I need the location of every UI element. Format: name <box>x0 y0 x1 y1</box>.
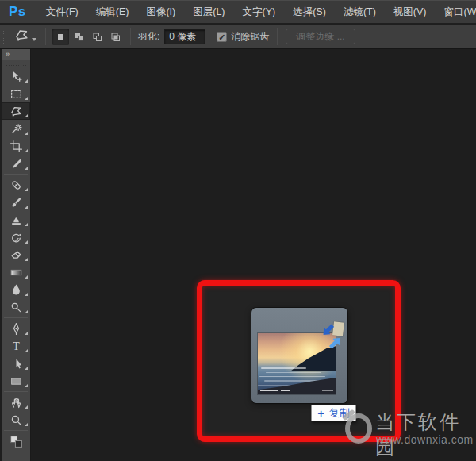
flyout-indicator <box>25 423 28 426</box>
path-selection-tool[interactable] <box>2 355 30 372</box>
menu-filter[interactable]: 滤镜(T) <box>335 1 385 24</box>
tool-preset-picker[interactable] <box>11 26 40 47</box>
menu-select[interactable]: 选择(S) <box>284 1 335 24</box>
flyout-indicator <box>25 79 28 83</box>
rectangle-tool[interactable] <box>2 372 30 390</box>
anti-alias-control[interactable]: ✓ 消除锯齿 <box>217 30 269 44</box>
wave-foam <box>261 367 306 369</box>
flyout-indicator <box>25 349 28 352</box>
anti-alias-label: 消除锯齿 <box>231 30 269 44</box>
divider <box>4 174 28 175</box>
divider <box>277 28 278 45</box>
polygonal-lasso-tool[interactable] <box>2 102 30 120</box>
menu-bar: Ps 文件(F) 编辑(E) 图像(I) 图层(L) 文字(Y) 选择(S) 滤… <box>0 0 476 24</box>
rectangular-marquee-tool[interactable] <box>2 85 30 102</box>
sunset-beach-photo <box>258 333 336 394</box>
blur-tool[interactable] <box>2 281 30 298</box>
flyout-indicator <box>25 206 28 209</box>
flyout-indicator <box>25 310 28 313</box>
menu-type[interactable]: 文字(Y) <box>234 1 285 24</box>
divider <box>4 430 28 431</box>
flyout-indicator <box>25 188 28 191</box>
photo-caption-text <box>281 390 290 391</box>
gradient-tool[interactable] <box>2 263 30 281</box>
feather-label: 羽化: <box>138 30 159 44</box>
tools-panel: » <box>2 49 30 461</box>
wave-foam <box>259 376 325 378</box>
plus-icon: ＋ <box>316 406 326 421</box>
drag-ghost-page <box>332 321 344 336</box>
eraser-tool[interactable] <box>2 246 30 263</box>
options-bar-grip[interactable] <box>2 28 6 45</box>
flyout-indicator <box>25 223 28 226</box>
spot-healing-brush-tool[interactable] <box>2 176 30 194</box>
wave-foam <box>266 372 322 374</box>
mountain-silhouette <box>290 333 336 371</box>
add-to-selection-button[interactable] <box>71 29 87 45</box>
flyout-indicator <box>25 132 28 135</box>
menu-image[interactable]: 图像(I) <box>137 1 184 24</box>
crop-tool[interactable] <box>2 137 30 155</box>
hand-tool[interactable] <box>2 394 30 411</box>
menu-file[interactable]: 文件(F) <box>37 1 87 24</box>
zoom-tool[interactable] <box>2 411 30 428</box>
clone-stamp-tool[interactable] <box>2 211 30 229</box>
history-brush-tool[interactable] <box>2 229 30 246</box>
anti-alias-checkbox[interactable]: ✓ <box>217 32 227 42</box>
dodge-tool[interactable] <box>2 298 30 316</box>
flyout-indicator <box>25 114 28 117</box>
watermark-site-url: www.downxia.com <box>376 433 474 446</box>
pen-tool[interactable] <box>2 320 30 337</box>
type-tool[interactable]: T <box>2 337 30 355</box>
flyout-indicator <box>25 367 28 370</box>
photo-caption-text <box>260 390 278 391</box>
flyout-indicator <box>25 149 28 152</box>
collapse-panel-button[interactable]: » <box>2 49 30 60</box>
divider <box>45 28 46 45</box>
new-selection-button[interactable] <box>52 29 69 45</box>
downxia-logo-icon <box>345 413 372 444</box>
magic-wand-tool[interactable] <box>2 120 30 137</box>
subtract-from-selection-button[interactable] <box>89 29 106 45</box>
menu-layer[interactable]: 图层(L) <box>184 1 233 24</box>
flyout-indicator <box>25 97 28 100</box>
dragged-image-thumbnail[interactable] <box>251 308 347 403</box>
photoshop-logo: Ps <box>0 4 37 20</box>
chevron-down-icon <box>32 38 36 41</box>
tool-options-bar: 羽化: 0 像素 ✓ 消除锯齿 调整边缘 ... <box>0 25 476 49</box>
menu-view[interactable]: 视图(V) <box>385 1 436 24</box>
panel-grip[interactable] <box>6 62 26 66</box>
divider <box>130 28 131 45</box>
svg-text:T: T <box>13 340 20 352</box>
polygonal-lasso-icon <box>14 28 29 45</box>
foreground-background-colors[interactable] <box>2 432 30 450</box>
double-arrow-icon: » <box>6 50 10 58</box>
divider <box>4 317 28 318</box>
photoshop-window: Ps 文件(F) 编辑(E) 图像(I) 图层(L) 文字(Y) 选择(S) 滤… <box>0 0 476 461</box>
flyout-indicator <box>25 384 28 387</box>
eyedropper-tool[interactable] <box>2 155 30 172</box>
refine-edge-button[interactable]: 调整边缘 ... <box>286 29 355 44</box>
move-tool[interactable] <box>2 67 30 85</box>
flyout-indicator <box>25 332 28 335</box>
brush-tool[interactable] <box>2 194 30 211</box>
feather-input[interactable]: 0 像素 <box>164 29 205 44</box>
flyout-indicator <box>25 167 28 170</box>
divider <box>4 391 28 392</box>
flyout-indicator <box>25 275 28 279</box>
photo-caption-text <box>322 390 333 391</box>
flyout-indicator <box>25 258 28 261</box>
menu-edit[interactable]: 编辑(E) <box>87 1 138 24</box>
flyout-indicator <box>25 405 28 409</box>
menu-window[interactable]: 窗口(W) <box>436 1 476 24</box>
flyout-indicator <box>25 293 28 296</box>
intersect-selection-button[interactable] <box>107 29 124 45</box>
flyout-indicator <box>25 240 28 244</box>
